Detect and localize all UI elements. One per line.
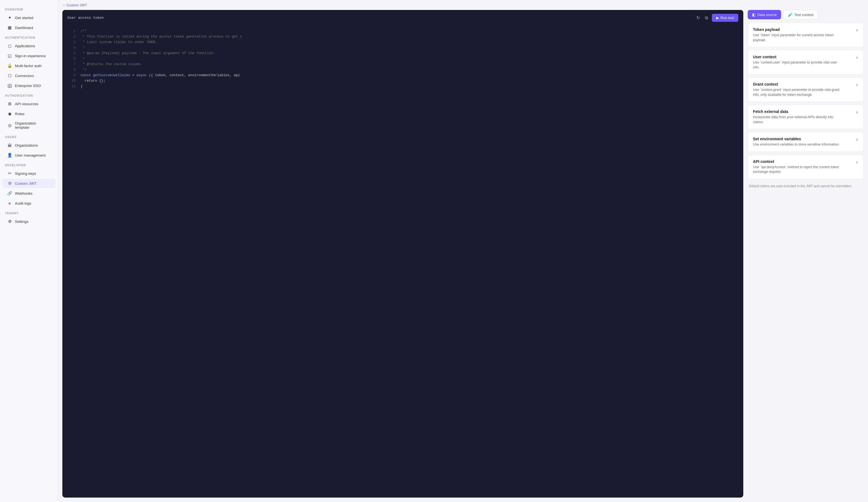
sidebar-label-signing-keys: Signing keys — [15, 171, 36, 175]
play-icon: ▶ — [716, 16, 719, 20]
sidebar-label-enterprise-sso: Enterprise SSO — [15, 84, 41, 88]
sidebar-label-audit-logs: Audit logs — [15, 201, 31, 205]
enterprise-icon: 🏢 — [7, 83, 12, 88]
chevron-down-icon: ∨ — [856, 160, 858, 164]
sidebar-item-custom-jwt[interactable]: ⚙ Custom JWT — [2, 179, 55, 188]
content-area: User access token ↻ ⧉ ▶ Run test 1 /** — [58, 10, 868, 502]
tab-bar: ◧ Data source 🧪 Test context — [748, 10, 864, 23]
sidebar-label-custom-jwt: Custom JWT — [15, 181, 37, 185]
sidebar-item-user-management[interactable]: 👤 User management — [2, 150, 55, 160]
sidebar-item-roles[interactable]: ◉ Roles — [2, 109, 55, 119]
accordion-set-env-vars: Set environment variables Use environmen… — [748, 132, 864, 152]
roles-icon: ◉ — [7, 111, 12, 116]
sidebar-label-organization-template: Organization template — [15, 121, 51, 130]
accordion-fetch-external-data: Fetch external data Incorporate data fro… — [748, 105, 864, 129]
chevron-down-icon: ∨ — [856, 55, 858, 60]
accordion-fetch-external-data-header[interactable]: Fetch external data Incorporate data fro… — [748, 105, 863, 129]
breadcrumb-link[interactable]: Custom JWT — [66, 3, 87, 7]
sidebar-label-sign-in-experience: Sign-in experience — [15, 54, 46, 58]
applications-icon: ◻ — [7, 43, 12, 48]
sidebar-item-organizations[interactable]: 🏛 Organizations — [2, 141, 55, 150]
accordion-token-payload: Token payload Use `token` input paramete… — [748, 23, 864, 47]
sidebar-item-applications[interactable]: ◻ Applications — [2, 41, 55, 51]
code-panel: User access token ↻ ⧉ ▶ Run test 1 /** — [62, 10, 743, 498]
sidebar-label-roles: Roles — [15, 112, 24, 116]
sidebar-item-multi-factor-auth[interactable]: 🔒 Multi-factor auth — [2, 61, 55, 70]
tab-test-context[interactable]: 🧪 Test context — [783, 10, 818, 19]
sidebar-item-api-resources[interactable]: ⊞ API resources — [2, 99, 55, 109]
custom-jwt-icon: ⚙ — [7, 181, 12, 186]
accordion-token-payload-header[interactable]: Token payload Use `token` input paramete… — [748, 23, 863, 47]
accordion-grant-context-title: Grant context — [753, 82, 844, 87]
refresh-button[interactable]: ↻ — [695, 14, 701, 21]
accordion-token-payload-title: Token payload — [753, 27, 844, 32]
org-template-icon: ◎ — [7, 123, 12, 128]
accordion-fetch-external-data-desc: Incorporate data from your external APIs… — [753, 115, 844, 124]
sidebar-label-webhooks: Webhooks — [15, 191, 33, 195]
code-panel-title: User access token — [67, 16, 104, 20]
sidebar-label-settings: Settings — [15, 220, 29, 224]
api-resources-icon: ⊞ — [7, 101, 12, 106]
sidebar-section-authentication: AUTHENTICATION — [0, 33, 58, 41]
sidebar-item-sign-in-experience[interactable]: ◱ Sign-in experience — [2, 51, 55, 60]
sidebar-item-enterprise-sso[interactable]: 🏢 Enterprise SSO — [2, 81, 55, 90]
code-line-7: 7 * @returns The custom claims. — [62, 62, 743, 67]
tab-test-context-label: Test context — [794, 13, 813, 17]
organizations-icon: 🏛 — [7, 143, 12, 148]
code-line-11: 11 } — [62, 84, 743, 89]
accordion-user-context-desc: Use `context.user` input parameter to pr… — [753, 60, 844, 70]
lock-icon: 🔒 — [7, 63, 12, 68]
accordion-user-context: User context Use `context.user` input pa… — [748, 50, 864, 74]
default-claims-note: Default claims are auto-included in the … — [748, 182, 864, 190]
sidebar-label-api-resources: API resources — [15, 102, 38, 106]
user-management-icon: 👤 — [7, 153, 12, 158]
sidebar-section-developer: DEVELOPER — [0, 160, 58, 169]
sidebar-item-connectors[interactable]: ⬡ Connectors — [2, 71, 55, 80]
test-context-tab-icon: 🧪 — [788, 12, 793, 17]
accordion-set-env-vars-desc: Use environment variables to store sensi… — [753, 142, 839, 147]
sidebar-label-organizations: Organizations — [15, 143, 38, 148]
settings-icon: ⚙ — [7, 219, 12, 224]
connectors-icon: ⬡ — [7, 73, 12, 78]
code-line-10: 10 return {}; — [62, 78, 743, 84]
run-test-button[interactable]: ▶ Run test — [712, 14, 738, 22]
accordion-grant-context: Grant context Use `context.grant` input … — [748, 77, 864, 102]
code-line-5: 5 * @param {Payload} payload - The input… — [62, 51, 743, 56]
sidebar-item-webhooks[interactable]: 🔗 Webhooks — [2, 189, 55, 198]
tab-data-source-label: Data source — [757, 13, 777, 17]
accordion-user-context-header[interactable]: User context Use `context.user` input pa… — [748, 50, 863, 74]
sidebar-item-audit-logs[interactable]: ≡ Audit logs — [2, 199, 55, 208]
code-header-actions: ↻ ⧉ ▶ Run test — [695, 14, 738, 22]
accordion-api-context: API context Use `api.denyAccess` method … — [748, 154, 864, 179]
sidebar-section-tenant: TENANT — [0, 208, 58, 217]
sidebar-item-settings[interactable]: ⚙ Settings — [2, 217, 55, 226]
accordion-user-context-title: User context — [753, 55, 844, 59]
sidebar-item-signing-keys[interactable]: ✂ Signing keys — [2, 169, 55, 178]
sidebar-item-dashboard[interactable]: ▦ Dashboard — [2, 23, 55, 32]
data-source-tab-icon: ◧ — [752, 12, 756, 17]
accordion-set-env-vars-title: Set environment variables — [753, 137, 839, 141]
sidebar-section-users: USERS — [0, 132, 58, 140]
code-editor[interactable]: 1 /** 2 * This function is called during… — [62, 26, 743, 498]
sidebar-label-applications: Applications — [15, 44, 35, 48]
chevron-down-icon: ∨ — [856, 110, 858, 114]
tab-data-source[interactable]: ◧ Data source — [748, 10, 781, 19]
code-line-8: 8 */ — [62, 67, 743, 73]
right-panel: ◧ Data source 🧪 Test context Token paylo… — [748, 10, 864, 498]
sidebar-label-dashboard: Dashboard — [15, 26, 33, 30]
sparkle-icon: ✦ — [7, 15, 12, 20]
accordion-set-env-vars-header[interactable]: Set environment variables Use environmen… — [748, 132, 863, 152]
breadcrumb: ‹ Custom JWT — [58, 0, 868, 10]
accordion-grant-context-desc: Use `context.grant` input parameter to p… — [753, 88, 844, 97]
breadcrumb-chevron: ‹ — [63, 3, 65, 7]
sidebar-item-organization-template[interactable]: ◎ Organization template — [2, 119, 55, 132]
accordion-grant-context-header[interactable]: Grant context Use `context.grant` input … — [748, 78, 863, 102]
sidebar-item-get-started[interactable]: ✦ Get started — [2, 13, 55, 22]
sidebar-label-user-management: User management — [15, 153, 45, 158]
code-panel-header: User access token ↻ ⧉ ▶ Run test — [62, 10, 743, 26]
code-line-1: 1 /** — [62, 28, 743, 34]
copy-button[interactable]: ⧉ — [704, 14, 709, 21]
accordion-api-context-header[interactable]: API context Use `api.denyAccess` method … — [748, 155, 863, 179]
main-content: ‹ Custom JWT User access token ↻ ⧉ ▶ Run… — [58, 0, 868, 502]
code-line-9: 9 const getCustomJwtClaims = async ({ to… — [62, 73, 743, 78]
